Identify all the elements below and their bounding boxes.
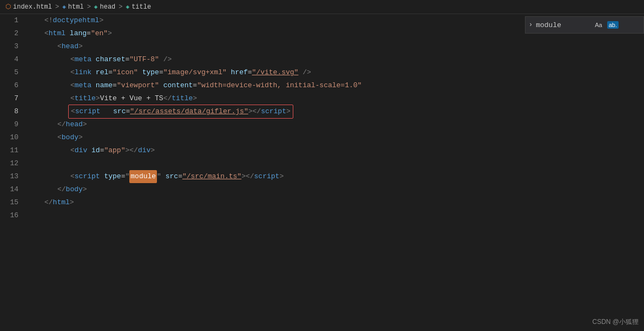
line-num-5: 5 bbox=[0, 66, 27, 79]
line-num-7: 7 bbox=[0, 92, 27, 105]
watermark: CSDN @小狐狸 bbox=[592, 317, 639, 327]
line-num-13: 13 bbox=[0, 170, 27, 183]
highlighted-script-tag: <script src="/src/assets/data/gifler.js"… bbox=[68, 105, 293, 119]
code-line-8: <script src="/src/assets/data/gifler.js"… bbox=[27, 105, 644, 118]
whole-word-button[interactable]: ab. bbox=[607, 21, 619, 29]
code-line-13: <script type="module" src="/src/main.ts"… bbox=[27, 170, 644, 183]
code-line-16 bbox=[27, 209, 644, 222]
line-num-10: 10 bbox=[0, 131, 27, 144]
code-line-15: </html> bbox=[27, 196, 644, 209]
breadcrumb-sep1: > bbox=[55, 3, 59, 11]
line-num-4: 4 bbox=[0, 53, 27, 66]
search-panel: › Aa ab. bbox=[525, 16, 644, 34]
line-num-12: 12 bbox=[0, 157, 27, 170]
case-sensitive-button[interactable]: Aa bbox=[593, 21, 603, 29]
head-icon: ◈ bbox=[94, 3, 98, 10]
breadcrumb-head[interactable]: ◈ head bbox=[94, 3, 115, 11]
search-input[interactable] bbox=[536, 21, 590, 29]
module-highlight: module bbox=[129, 170, 157, 183]
code-line-14: </body> bbox=[27, 183, 644, 196]
breadcrumb-title[interactable]: ◈ title bbox=[126, 3, 152, 11]
code-line-7: <title>Vite + Vue + TS</title> bbox=[27, 92, 644, 105]
code-lines: <!doctype html> <html lang="en" > <head>… bbox=[27, 14, 644, 331]
breadcrumb-sep3: > bbox=[119, 3, 122, 11]
line-num-3: 3 bbox=[0, 40, 27, 53]
code-line-6: <meta name="viewport" content="width=dev… bbox=[27, 79, 644, 92]
line-num-11: 11 bbox=[0, 144, 27, 157]
line-num-15: 15 bbox=[0, 196, 27, 209]
code-line-3: <head> bbox=[27, 40, 644, 53]
line-num-9: 9 bbox=[0, 118, 27, 131]
breadcrumb: ⬡ index.html > ◈ html > ◈ head > ◈ title bbox=[0, 0, 644, 14]
line-num-8: 8 bbox=[0, 105, 27, 118]
code-editor: 1 2 3 4 5 6 7 8 9 10 11 12 13 14 15 16 <… bbox=[0, 14, 644, 331]
line-num-1: 1 bbox=[0, 14, 27, 27]
code-line-10: <body> bbox=[27, 131, 644, 144]
file-icon: ⬡ bbox=[5, 3, 11, 11]
html-icon: ◈ bbox=[62, 3, 66, 10]
breadcrumb-html[interactable]: ◈ html bbox=[62, 3, 83, 11]
breadcrumb-file[interactable]: ⬡ index.html bbox=[5, 3, 52, 11]
code-line-11: <div id="app"></div> bbox=[27, 144, 644, 157]
search-collapse-icon[interactable]: › bbox=[529, 21, 533, 29]
line-num-2: 2 bbox=[0, 27, 27, 40]
line-num-6: 6 bbox=[0, 79, 27, 92]
line-num-14: 14 bbox=[0, 183, 27, 196]
code-line-4: <meta charset="UTF-8" /> bbox=[27, 53, 644, 66]
line-num-16: 16 bbox=[0, 209, 27, 222]
line-numbers: 1 2 3 4 5 6 7 8 9 10 11 12 13 14 15 16 bbox=[0, 14, 27, 331]
code-line-9: </head> bbox=[27, 118, 644, 131]
code-line-5: <link rel="icon" type="image/svg+xml" hr… bbox=[27, 66, 644, 79]
breadcrumb-sep2: > bbox=[87, 3, 91, 11]
title-icon: ◈ bbox=[126, 3, 130, 10]
code-line-12 bbox=[27, 157, 644, 170]
